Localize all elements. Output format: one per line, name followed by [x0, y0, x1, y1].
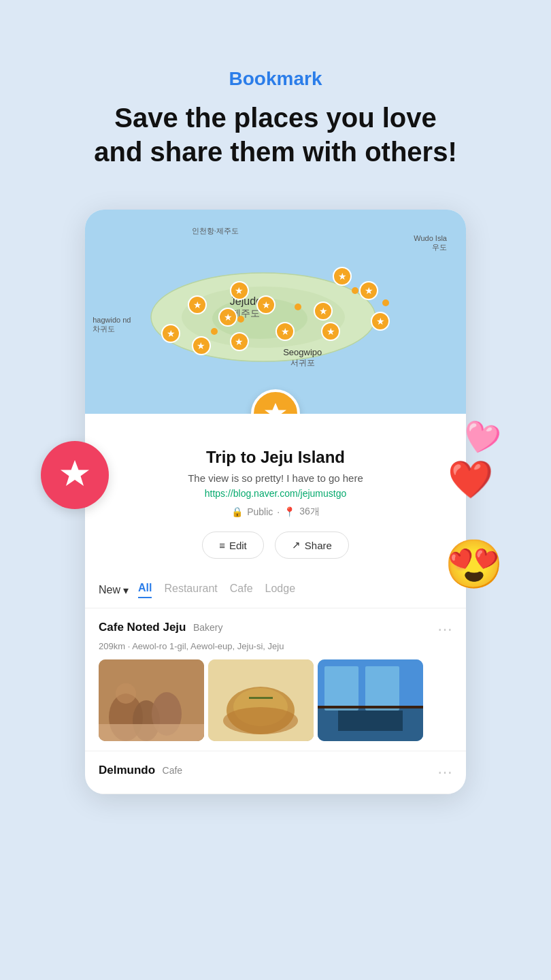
place-photo-1 [99, 659, 204, 741]
map-marker: ★ [230, 332, 249, 351]
place-name-block: Cafe Noted Jeju Bakery [99, 621, 223, 634]
map-marker: ★ [276, 322, 295, 341]
filter-row: New ▾ All Restaurant Cafe Lodge [85, 572, 466, 608]
map-label-wudo: Wudo Isla 우도 [414, 234, 447, 252]
headline-line2: and share them with others! [94, 137, 456, 167]
phone-card: 인천항·제주도 Wudo Isla 우도 hagwido nd 차귀도 Jeju… [85, 210, 466, 794]
lock-icon: 🔒 [231, 506, 243, 517]
visibility-label: Public [247, 506, 273, 517]
share-label: Share [305, 540, 332, 551]
place-header: Cafe Noted Jeju Bakery ⋯ [99, 621, 452, 638]
card-body: Trip to Jeju Island The view is so prett… [85, 414, 466, 559]
center-star-badge [251, 389, 300, 414]
filter-tab-lodge[interactable]: Lodge [265, 583, 296, 598]
trip-description: The view is so pretty! I have to go here [101, 472, 450, 484]
place-category: Bakery [193, 622, 223, 633]
place-address: 209km · Aewol-ro 1-gil, Aewol-eup, Jeju-… [99, 641, 452, 651]
page-title-section: Bookmark Save the places you love and sh… [94, 68, 456, 169]
edit-button[interactable]: ≡ Edit [202, 532, 264, 559]
headline-line1: Save the places you love [114, 103, 437, 133]
map-marker: ★ [188, 295, 207, 314]
headline: Save the places you love and share them … [94, 101, 456, 169]
map-marker: ★ [161, 324, 180, 343]
edit-icon: ≡ [219, 540, 225, 551]
place-item-2: Delmundo Cafe ⋯ [85, 751, 466, 794]
map-marker: ★ [321, 322, 340, 341]
map-label-incheon: 인천항·제주도 [192, 226, 239, 236]
svg-rect-19 [365, 666, 399, 710]
map-marker: ★ [192, 336, 211, 355]
place-images [99, 659, 452, 741]
more-options-icon-2[interactable]: ⋯ [437, 764, 452, 781]
map-label-hagwido: hagwido nd 차귀도 [93, 316, 131, 334]
place-item: Cafe Noted Jeju Bakery ⋯ 209km · Aewol-r… [85, 608, 466, 751]
map-marker: ★ [256, 295, 276, 314]
card-wrapper: 🩷 ❤️ 😍 인천항·제주도 Wudo Isla 우도 hagwido nd 차… [85, 210, 466, 794]
svg-point-10 [116, 683, 136, 704]
dot-separator: · [277, 506, 280, 517]
edit-label: Edit [229, 540, 247, 551]
action-buttons: ≡ Edit ↗ Share [101, 532, 450, 559]
map-marker: ★ [371, 312, 390, 331]
map-dot [237, 316, 244, 323]
filter-tab-restaurant[interactable]: Restaurant [164, 583, 217, 598]
trip-meta: 🔒 Public · 📍 36개 [101, 506, 450, 518]
deco-heart-large: ❤️ [448, 458, 493, 501]
place-name-block-2: Delmundo Cafe [99, 764, 182, 777]
map-marker: ★ [314, 301, 333, 321]
map-dot [295, 304, 301, 310]
filter-new-dropdown[interactable]: New ▾ [99, 584, 129, 597]
svg-rect-14 [249, 697, 273, 699]
deco-emoji-face: 😍 [444, 536, 503, 592]
bookmark-label: Bookmark [94, 68, 456, 90]
place-photo-2 [208, 659, 314, 741]
trip-link[interactable]: https://blog.naver.com/jejumustgo [101, 488, 450, 499]
map-dot [352, 287, 358, 294]
svg-rect-20 [338, 710, 403, 731]
share-icon: ↗ [292, 539, 301, 551]
map-area: 인천항·제주도 Wudo Isla 우도 hagwido nd 차귀도 Jeju… [85, 210, 466, 414]
trip-title: Trip to Jeju Island [101, 448, 450, 467]
chevron-down-icon: ▾ [123, 584, 129, 597]
map-marker: ★ [218, 308, 237, 327]
svg-rect-9 [99, 724, 204, 741]
location-icon: 📍 [284, 506, 295, 517]
place-name-2: Delmundo [99, 764, 155, 777]
svg-marker-0 [61, 460, 89, 486]
place-count: 36개 [299, 506, 320, 518]
place-category-2: Cafe [163, 765, 183, 776]
more-options-icon[interactable]: ⋯ [437, 621, 452, 638]
map-marker: ★ [359, 281, 378, 300]
new-label: New [99, 584, 120, 596]
svg-rect-18 [324, 666, 358, 710]
map-dot [211, 328, 218, 335]
svg-point-15 [223, 707, 298, 734]
svg-rect-21 [318, 706, 423, 708]
map-dot [382, 299, 389, 306]
deco-star-circle [41, 441, 109, 509]
map-marker: ★ [333, 267, 352, 286]
svg-marker-4 [265, 403, 286, 414]
place-name: Cafe Noted Jeju [99, 621, 186, 634]
share-button[interactable]: ↗ Share [275, 532, 349, 559]
filter-tab-cafe[interactable]: Cafe [230, 583, 253, 598]
filter-tab-all[interactable]: All [138, 582, 152, 598]
place-header-2: Delmundo Cafe ⋯ [99, 764, 452, 781]
place-photo-3 [318, 659, 423, 741]
map-marker: ★ [230, 281, 249, 300]
